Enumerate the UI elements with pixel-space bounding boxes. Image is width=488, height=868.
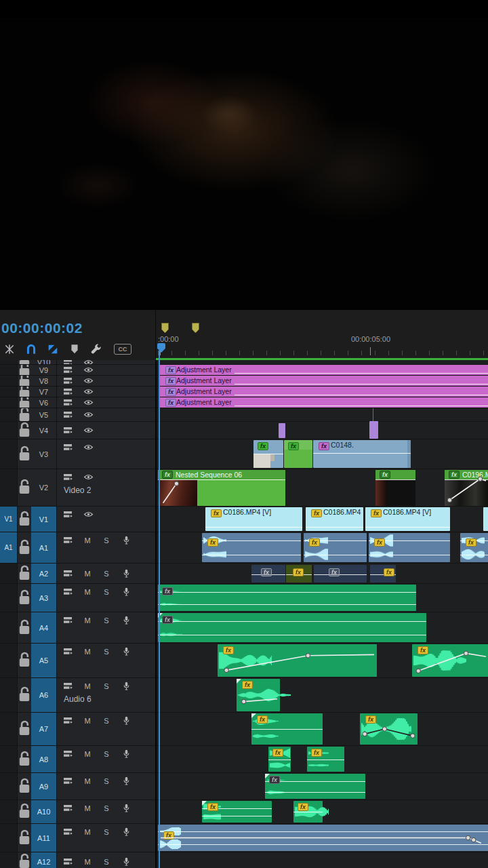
sequence-marker[interactable] [192, 323, 199, 333]
fx-badge[interactable]: fx [311, 509, 322, 517]
keyframe-dot[interactable] [174, 481, 178, 486]
clip[interactable]: fx [293, 801, 323, 823]
volume-line[interactable] [235, 384, 488, 384]
source-assign-icon[interactable] [62, 749, 73, 758]
clip[interactable]: fxNested Sequence 06 [158, 470, 285, 506]
volume-line[interactable] [375, 479, 415, 480]
clip-c0186-mp4-v[interactable]: fxC0186.MP4 [V [306, 507, 363, 531]
source-assign-icon[interactable] [62, 473, 73, 481]
solo-button[interactable]: S [102, 717, 111, 725]
keyframe-line[interactable] [218, 644, 377, 677]
track-lane-v10[interactable] [157, 360, 488, 365]
track-name-v9[interactable]: V9 [31, 365, 57, 375]
voiceover-record-icon[interactable] [121, 536, 131, 545]
track-lock-icon[interactable] [18, 532, 31, 563]
mute-button[interactable]: M [83, 588, 92, 596]
track-name-v2[interactable]: V2 [31, 469, 57, 506]
mute-button[interactable]: M [83, 536, 92, 545]
voiceover-record-icon[interactable] [121, 857, 131, 866]
volume-line[interactable] [268, 760, 291, 760]
track-lane-v2[interactable]: fxNested Sequence 06fxfxC0196.MP [157, 469, 488, 507]
clip[interactable]: fx [251, 713, 323, 745]
volume-line[interactable] [265, 781, 365, 782]
fx-badge[interactable]: fx [384, 568, 394, 576]
fx-badge[interactable]: fx [329, 568, 340, 576]
track-lock-icon[interactable] [18, 422, 31, 439]
track-name-v5[interactable]: V5 [31, 408, 57, 421]
solo-button[interactable]: S [102, 804, 111, 812]
track-lock-icon[interactable] [18, 773, 31, 800]
volume-line[interactable] [235, 373, 488, 374]
source-assign-icon[interactable] [62, 616, 73, 625]
clip[interactable]: fx [268, 747, 291, 772]
track-lane-v5[interactable] [157, 408, 488, 422]
fx-badge[interactable]: fx [269, 776, 280, 784]
clip-c0148-[interactable]: fxC0148. [313, 440, 411, 468]
fx-badge[interactable]: fx [309, 538, 320, 547]
keyframe-dot[interactable] [464, 651, 468, 655]
volume-line[interactable] [251, 729, 323, 730]
fx-badge[interactable]: fx [319, 442, 329, 450]
fx-badge[interactable]: fx [380, 471, 390, 479]
voiceover-record-icon[interactable] [121, 804, 131, 812]
clip[interactable]: fx [253, 440, 283, 468]
clip[interactable]: fx [202, 533, 301, 562]
fx-badge[interactable]: fx [207, 803, 218, 811]
keyframe-dot[interactable] [466, 835, 470, 840]
keyframe-dot[interactable] [242, 699, 246, 703]
clip[interactable]: fx [158, 585, 416, 611]
mute-button[interactable]: M [83, 717, 92, 725]
clip[interactable]: fx [412, 644, 488, 677]
keyframe-dot[interactable] [382, 727, 386, 731]
volume-line[interactable] [158, 621, 426, 622]
track-lane-a10[interactable]: fxfx [157, 800, 488, 824]
volume-line[interactable] [253, 454, 283, 454]
voiceover-record-icon[interactable] [121, 587, 131, 596]
source-assign-icon[interactable] [62, 398, 73, 407]
fade-handle[interactable] [265, 774, 270, 778]
clip[interactable]: fx [218, 644, 377, 677]
track-lock-icon[interactable] [18, 800, 31, 823]
volume-line[interactable] [202, 555, 301, 555]
source-assign-icon[interactable] [62, 443, 73, 452]
keyframe-dot[interactable] [472, 837, 476, 842]
fade-handle[interactable] [202, 801, 207, 806]
source-assign-icon[interactable] [62, 360, 73, 365]
voiceover-record-icon[interactable] [121, 749, 131, 758]
volume-line[interactable] [369, 555, 450, 555]
fx-badge[interactable]: fx [293, 568, 304, 576]
source-assign-icon[interactable] [62, 410, 73, 419]
track-lock-icon[interactable] [18, 397, 31, 408]
fx-badge[interactable]: fx [165, 399, 176, 407]
track-lane-v6[interactable]: fxAdjustment Layer [157, 397, 488, 408]
source-assign-icon[interactable] [62, 776, 73, 785]
clip[interactable]: fx [265, 774, 365, 799]
keyframe-line[interactable] [158, 470, 285, 506]
solo-button[interactable]: S [102, 570, 111, 578]
fx-badge[interactable]: fx [258, 442, 268, 450]
source-assign-icon[interactable] [62, 804, 73, 812]
voiceover-record-icon[interactable] [121, 569, 131, 578]
track-lock-icon[interactable] [18, 387, 31, 397]
track-lock-icon[interactable] [18, 376, 31, 386]
mute-button[interactable]: M [83, 858, 92, 866]
clip[interactable]: fx [158, 825, 488, 851]
track-name-a3[interactable]: A3 [31, 584, 57, 612]
track-lane-a11[interactable]: fx [157, 824, 488, 852]
volume-line[interactable] [265, 792, 365, 793]
fx-badge[interactable]: fx [165, 366, 176, 374]
keyframe-dot[interactable] [224, 668, 228, 672]
toggle-track-output-icon[interactable] [83, 376, 94, 385]
toggle-track-output-icon[interactable] [83, 360, 94, 365]
track-name-v4[interactable]: V4 [31, 422, 57, 439]
track-name-v10[interactable]: V10 [31, 360, 57, 364]
source-assign-icon[interactable] [62, 510, 73, 519]
toggle-track-output-icon[interactable] [83, 410, 94, 419]
clip[interactable]: fx [284, 440, 312, 468]
toggle-track-output-icon[interactable] [83, 426, 94, 435]
volume-line[interactable] [158, 604, 416, 605]
track-name-a5[interactable]: A5 [31, 644, 57, 677]
source-assign-icon[interactable] [62, 827, 73, 836]
clip[interactable]: fxC0196.MP [445, 470, 488, 506]
mute-button[interactable]: M [83, 804, 92, 812]
